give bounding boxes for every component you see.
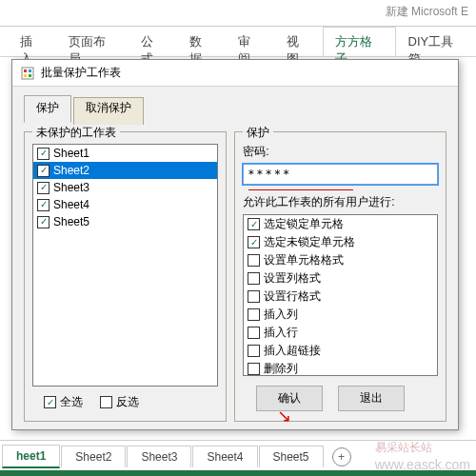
- cancel-button[interactable]: 退出: [338, 386, 405, 411]
- sheet-item[interactable]: Sheet1: [33, 145, 217, 162]
- ribbon: 插入页面布局公式数据审阅视图方方格子DIY工具箱: [0, 27, 476, 57]
- check-icon: [100, 396, 112, 408]
- ribbon-tab-数据[interactable]: 数据: [177, 27, 226, 56]
- app-titlebar: 新建 Microsoft E: [0, 0, 476, 27]
- svg-rect-0: [22, 68, 33, 79]
- check-icon: [248, 345, 260, 357]
- left-panel-title: 未保护的工作表: [32, 125, 120, 141]
- check-icon: [248, 290, 260, 303]
- svg-rect-2: [29, 69, 31, 72]
- ribbon-tab-审阅[interactable]: 审阅: [226, 27, 274, 56]
- sheet-item[interactable]: Sheet2: [33, 162, 217, 179]
- add-sheet-button[interactable]: +: [332, 447, 351, 466]
- status-bar: [0, 470, 476, 476]
- permission-item[interactable]: 设置行格式: [244, 288, 437, 306]
- ribbon-tab-公式[interactable]: 公式: [129, 27, 177, 56]
- permission-item[interactable]: 删除列: [244, 360, 437, 376]
- dialog-title: 批量保护工作表: [41, 65, 121, 81]
- dialog-titlebar[interactable]: 批量保护工作表: [12, 60, 458, 87]
- workbook-sheet-tabs: heet1Sheet2Sheet3Sheet4Sheet5+: [0, 440, 476, 468]
- ribbon-tab-DIY工具箱[interactable]: DIY工具箱: [396, 27, 476, 56]
- invert-checkbox[interactable]: 反选: [100, 394, 139, 410]
- svg-rect-1: [24, 69, 27, 72]
- tab-protect[interactable]: 保护: [24, 95, 71, 123]
- sheet-item[interactable]: Sheet4: [33, 196, 217, 213]
- sheet-tab[interactable]: Sheet3: [127, 446, 191, 467]
- check-icon: [37, 148, 50, 160]
- permissions-list[interactable]: 选定锁定单元格选定未锁定单元格设置单元格格式设置列格式设置行格式插入列插入行插入…: [243, 214, 438, 376]
- permission-item[interactable]: 设置列格式: [244, 269, 437, 288]
- right-panel-title: 保护: [243, 125, 273, 141]
- dialog-buttons: 确认 退出: [243, 386, 438, 411]
- svg-rect-4: [29, 74, 31, 77]
- ribbon-tab-视图[interactable]: 视图: [274, 27, 323, 56]
- password-input[interactable]: [243, 164, 438, 185]
- permission-item[interactable]: 设置单元格格式: [244, 251, 437, 269]
- check-icon: [248, 236, 260, 248]
- ribbon-tab-页面布局[interactable]: 页面布局: [56, 27, 129, 56]
- select-all-checkbox[interactable]: 全选: [44, 394, 83, 410]
- check-icon: [37, 199, 50, 211]
- check-icon: [248, 327, 260, 339]
- right-panel: 保护 密码: 允许此工作表的所有用户进行: 选定锁定单元格选定未锁定单元格设置单…: [234, 131, 446, 422]
- selection-controls: 全选 反选: [32, 394, 218, 410]
- permission-item[interactable]: 插入超链接: [244, 342, 437, 360]
- svg-rect-3: [24, 74, 27, 77]
- tab-unprotect[interactable]: 取消保护: [73, 97, 144, 125]
- ok-button[interactable]: 确认: [256, 386, 323, 411]
- dialog-tabs: 保护 取消保护: [12, 87, 458, 122]
- app-icon: [20, 66, 35, 81]
- left-panel: 未保护的工作表 Sheet1Sheet2Sheet3Sheet4Sheet5 全…: [24, 131, 227, 422]
- check-icon: [37, 165, 50, 177]
- check-icon: [37, 182, 50, 194]
- unprotected-sheets-list[interactable]: Sheet1Sheet2Sheet3Sheet4Sheet5: [32, 144, 218, 387]
- permission-item[interactable]: 选定锁定单元格: [244, 215, 437, 233]
- check-icon: [37, 216, 50, 228]
- permission-item[interactable]: 插入行: [244, 324, 437, 342]
- permissions-label: 允许此工作表的所有用户进行:: [243, 194, 438, 210]
- check-icon: [248, 308, 260, 321]
- window-title: 新建 Microsoft E: [386, 5, 468, 18]
- protect-dialog: 批量保护工作表 保护 取消保护 未保护的工作表 Sheet1Sheet2Shee…: [11, 59, 459, 430]
- sheet-tab[interactable]: Sheet2: [61, 446, 126, 467]
- ribbon-tab-方方格子[interactable]: 方方格子: [323, 27, 395, 56]
- sheet-tab[interactable]: Sheet4: [192, 446, 257, 467]
- check-icon: [44, 396, 56, 408]
- sheet-tab[interactable]: heet1: [2, 445, 60, 468]
- ribbon-tab-插入[interactable]: 插入: [8, 27, 56, 56]
- dialog-body: 未保护的工作表 Sheet1Sheet2Sheet3Sheet4Sheet5 全…: [12, 122, 458, 433]
- permission-item[interactable]: 插入列: [244, 306, 437, 324]
- check-icon: [248, 254, 260, 267]
- check-icon: [248, 363, 260, 375]
- annotation-line: [248, 189, 353, 190]
- permission-item[interactable]: 选定未锁定单元格: [244, 233, 437, 251]
- sheet-item[interactable]: Sheet3: [33, 179, 217, 196]
- check-icon: [248, 218, 260, 230]
- password-label: 密码:: [243, 144, 438, 160]
- sheet-item[interactable]: Sheet5: [33, 213, 217, 230]
- check-icon: [248, 272, 260, 285]
- sheet-tab[interactable]: Sheet5: [259, 446, 324, 467]
